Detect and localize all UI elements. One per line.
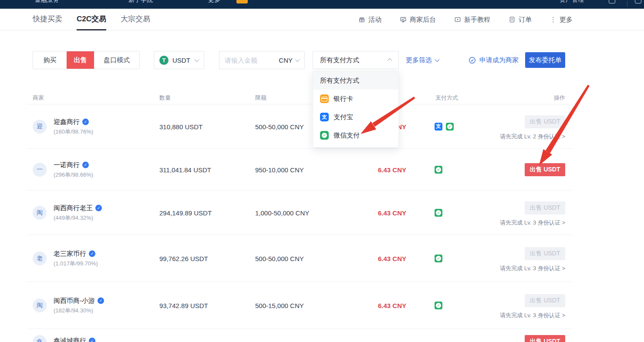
wechat-bubble: ✓ — [436, 256, 441, 261]
user-icon[interactable] — [635, 0, 641, 3]
dropdown-option-所有支付方式[interactable]: 所有支付方式 — [313, 71, 398, 90]
dropdown-option-label: 微信支付 — [334, 131, 360, 140]
merchant-stats: (449单/94.32%) — [54, 214, 102, 221]
orders-icon[interactable] — [609, 0, 615, 3]
sell-usdt-button[interactable]: 出售 USDT — [525, 294, 565, 307]
wechat-bubble: ✓ — [436, 167, 441, 172]
payment-method-dropdown: 所有支付方式银行卡支支付宝✓微信支付 — [313, 71, 399, 148]
top-navigation-bar: 金融业务 新手学院 更多 资产管理 — [0, 0, 644, 9]
currency-select-value[interactable]: CNY — [279, 57, 293, 64]
table-header: 商家数量限额价格支付方式操作 — [26, 91, 573, 104]
amount-filter: CNY — [219, 51, 305, 69]
trade-tab-出售[interactable]: 出售 — [67, 51, 94, 69]
more-filters-label: 更多筛选 — [406, 56, 432, 64]
sell-usdt-button[interactable]: 出售 USDT — [525, 247, 565, 260]
chevron-up-icon — [387, 58, 392, 63]
payment-method-select[interactable]: 所有支付方式 — [313, 51, 399, 69]
dropdown-option-银行卡[interactable]: 银行卡 — [313, 90, 398, 108]
topbar-item-more[interactable]: 更多 — [208, 0, 220, 4]
column-header-数量: 数量 — [159, 94, 171, 102]
merchant-info: 闽西币商-小游✓(182单/94.30%) — [54, 296, 104, 314]
filter-bar: 购买出售盘口模式 T USDT CNY 所有支付方式 更多筛选 申请成为商家 发… — [0, 30, 644, 70]
nav-link-新手教程[interactable]: 新手教程 — [454, 16, 490, 24]
table-row: 迎迎鑫商行✓(160单/98.76%)310,880 USDT500-50,00… — [26, 104, 573, 149]
column-header-商家: 商家 — [33, 94, 44, 102]
topbar-item-academy[interactable]: 新手学院 — [128, 0, 153, 4]
trade-mode-tabs: 快捷买卖C2C交易大宗交易 — [33, 9, 150, 30]
avatar: 一 — [33, 163, 47, 177]
price-cell: 6.43 CNY — [378, 209, 406, 216]
become-merchant-link[interactable]: 申请成为商家 — [469, 51, 519, 69]
sell-usdt-button[interactable]: 出售 USDT — [525, 163, 565, 176]
column-header-操作: 操作 — [554, 94, 565, 102]
merchant-name[interactable]: 闽西商行老王 — [54, 204, 93, 212]
tab-c2c-trade[interactable]: C2C交易 — [77, 9, 106, 30]
merchant-name[interactable]: 闽西币商-小游 — [54, 296, 95, 305]
sell-usdt-button[interactable]: 出售 USDT — [525, 115, 565, 128]
buy-sell-toggle: 购买出售盘口模式 — [33, 51, 140, 69]
more-filters-link[interactable]: 更多筛选 — [406, 51, 439, 69]
topbar-item-assets[interactable]: 资产管理 — [560, 0, 584, 4]
verified-badge-icon: ✓ — [95, 205, 102, 211]
amount-cell: 294,149.89 USDT — [159, 209, 212, 216]
limit-cell: 500-50,000 CNY — [255, 123, 304, 130]
play-icon — [454, 16, 461, 23]
kyc-required-link[interactable]: 请先完成 Lv. 3 身份认证 > — [500, 312, 565, 319]
payment-methods: ✓ — [435, 302, 442, 309]
sell-usdt-button[interactable]: 出售 USDT — [525, 201, 565, 215]
post-order-button[interactable]: 发布委托单 — [525, 52, 565, 68]
shield-check-icon — [469, 57, 476, 64]
alipay-icon: 支 — [320, 113, 329, 121]
amount-cell: 311,041.84 USDT — [159, 166, 211, 173]
nav-link-活动[interactable]: 活动 — [358, 16, 381, 24]
merchant-name[interactable]: 老三家币行 — [54, 249, 86, 258]
coin-select[interactable]: T USDT — [154, 51, 204, 69]
merchant-name-line: 一诺商行✓ — [54, 161, 93, 169]
nav-link-label: 订单 — [519, 16, 532, 24]
amount-input[interactable] — [225, 57, 276, 64]
wechat-icon: ✓ — [446, 123, 454, 131]
dropdown-option-支付宝[interactable]: 支支付宝 — [313, 108, 398, 126]
tether-icon: T — [159, 56, 169, 65]
trade-tab-盘口模式[interactable]: 盘口模式 — [94, 51, 139, 69]
wechat-bubble: ✓ — [322, 133, 327, 138]
tab-block-trade[interactable]: 大宗交易 — [121, 9, 150, 30]
merchant-stats: (182单/94.30%) — [54, 306, 104, 314]
topbar-divider — [627, 1, 627, 7]
merchant-name[interactable]: 迎鑫商行 — [54, 117, 80, 126]
chevron-down-icon — [194, 57, 199, 62]
limit-cell: 500-15,000 CNY — [255, 302, 304, 309]
merchant-name[interactable]: 鑫诚城商行 — [54, 337, 86, 342]
merchant-name[interactable]: 一诺商行 — [54, 161, 80, 169]
topbar-item-finance[interactable]: 金融业务 — [35, 0, 59, 4]
dropdown-option-label: 支付宝 — [334, 113, 353, 121]
nav-link-商家后台[interactable]: 商家后台 — [400, 16, 436, 24]
kyc-required-link[interactable]: 请先完成 Lv. 3 身份认证 > — [500, 219, 565, 227]
alipay-icon: 支 — [435, 123, 442, 131]
nav-link-订单[interactable]: 订单 — [509, 16, 532, 24]
wechat-icon: ✓ — [435, 209, 442, 217]
payment-methods: 支✓ — [435, 123, 454, 131]
merchant-name-line: 迎鑫商行✓ — [54, 117, 93, 126]
limit-cell: 1,000-50,000 CNY — [255, 209, 309, 216]
verified-badge-icon: ✓ — [82, 161, 89, 168]
dropdown-option-微信支付[interactable]: ✓微信支付 — [313, 126, 398, 144]
avatar: 闽 — [33, 206, 47, 220]
merchant-info: 鑫诚城商行 ✓ — [54, 337, 95, 342]
verified-badge-icon: ✓ — [89, 250, 95, 257]
trade-tab-购买[interactable]: 购买 — [33, 51, 67, 69]
sell-usdt-button[interactable]: 出售 USDT — [525, 335, 565, 342]
coin-select-value: USDT — [172, 57, 190, 64]
nav-link-更多[interactable]: ⋮更多 — [550, 16, 573, 24]
gift-icon — [358, 16, 365, 23]
avatar: 迎 — [33, 120, 47, 134]
payment-select-value: 所有支付方式 — [320, 56, 359, 64]
price-cell: 6.43 CNY — [378, 302, 406, 309]
amount-cell: 93,742.89 USDT — [159, 302, 208, 309]
chevron-down-icon — [435, 57, 439, 62]
c2c-trading-page: 金融业务 新手学院 更多 资产管理 快捷买卖C2C交易大宗交易 活动商家后台新手… — [0, 0, 644, 342]
table-row: 闽闽西币商-小游✓(182单/94.30%)93,742.89 USDT500-… — [26, 282, 573, 329]
kyc-required-link[interactable]: 请先完成 Lv. 3 身份认证 > — [500, 265, 565, 272]
kyc-required-link[interactable]: 请先完成 Lv. 2 身份认证 > — [500, 133, 565, 141]
tab-quick-trade[interactable]: 快捷买卖 — [33, 9, 62, 30]
